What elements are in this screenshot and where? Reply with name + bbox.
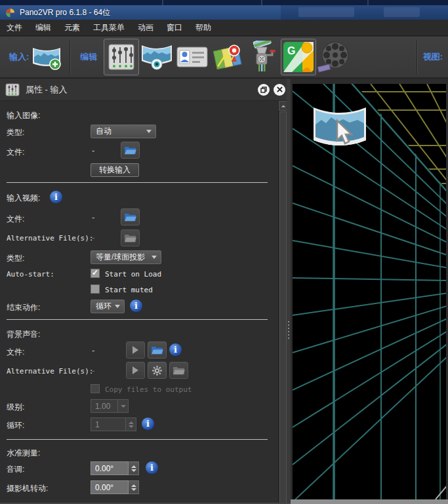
properties-panel: 属性 - 输入 输入图像: 类型: [0, 79, 291, 504]
open-alt-sound-button[interactable] [169, 362, 188, 379]
file-label: 文件: [7, 214, 24, 225]
loop-value: 1 [91, 417, 126, 431]
video-file-value: - [92, 212, 94, 222]
image-type-value: 自动 [96, 126, 112, 137]
chevron-down-icon [115, 305, 120, 308]
open-sound-file-button[interactable] [148, 341, 167, 359]
info-icon[interactable]: i [146, 461, 158, 474]
start-muted-checkbox[interactable] [91, 284, 100, 294]
roll-spinner[interactable]: 0.00° [91, 480, 139, 494]
open-video-file-button[interactable] [121, 208, 140, 225]
image-type-dropdown[interactable]: 自动 [91, 125, 156, 138]
autostart-label: Auto-start: [7, 270, 54, 279]
chevron-down-icon [131, 469, 136, 472]
viewing-parameters-button[interactable] [139, 39, 174, 75]
image-file-value: - [92, 145, 94, 155]
float-panel-button[interactable] [258, 84, 270, 96]
chevron-up-icon [281, 105, 285, 107]
scrollbar-thumb[interactable] [279, 111, 287, 503]
copy-files-checkbox[interactable] [91, 384, 100, 393]
alt-sound-settings-button[interactable] [148, 362, 167, 379]
chevron-down-icon [152, 256, 157, 259]
play-icon [132, 346, 138, 354]
window-title: Pano2VR pro 6.1.8 - 64位 [20, 7, 110, 18]
background-divider [261, 0, 262, 5]
pano2vr-window: Pano2VR pro 6.1.8 - 64位 文件 编辑 元素 工具菜单 动画… [0, 0, 448, 504]
panel-body: 输入图像: 类型: 自动 文件: - 转换输入 输入视频: [0, 101, 278, 504]
menu-help[interactable]: 帮助 [189, 20, 218, 36]
toolbar-edit-label: 编辑 [80, 51, 97, 63]
toolbar-separator [70, 40, 71, 74]
info-icon[interactable]: i [130, 300, 142, 312]
video-output-button[interactable] [316, 39, 352, 75]
tour-map-button[interactable] [210, 39, 245, 75]
patch-tool-button[interactable] [245, 39, 281, 75]
play-sound-button[interactable] [126, 341, 145, 359]
file-label: 文件: [7, 347, 24, 358]
film-reel-icon [317, 41, 351, 73]
gear-icon [152, 365, 163, 376]
info-icon[interactable]: i [50, 191, 62, 203]
menu-tools[interactable]: 工具菜单 [87, 20, 131, 36]
info-icon[interactable]: i [169, 343, 182, 356]
type-label: 类型: [7, 127, 24, 138]
convert-input-button[interactable]: 转换输入 [91, 163, 139, 177]
chevron-down-icon [131, 488, 136, 491]
menu-file[interactable]: 文件 [0, 20, 29, 36]
chevron-down-icon [121, 405, 126, 408]
chevron-up-icon [131, 484, 136, 487]
map-pin-icon [213, 42, 243, 72]
menu-animation[interactable]: 动画 [131, 20, 160, 36]
end-action-value: 循环 [96, 301, 112, 312]
street-view-icon: G [283, 41, 314, 73]
sliders-icon [5, 83, 20, 96]
splitter-handle[interactable] [288, 321, 289, 339]
open-alt-video-button[interactable] [121, 229, 140, 246]
viewport-grid [293, 84, 446, 499]
background-window [384, 7, 420, 17]
sliders-icon [107, 43, 136, 71]
menu-edit[interactable]: 编辑 [29, 20, 58, 36]
menu-elements[interactable]: 元素 [58, 20, 87, 36]
toolbar-view-label: 视图: [423, 51, 443, 63]
play-icon [132, 366, 138, 374]
properties-button[interactable] [104, 39, 139, 75]
close-icon [277, 87, 283, 92]
projection-type-dropdown[interactable]: 等量/球面投影 [91, 250, 161, 264]
alt-files-label: Alternative File(s): [7, 367, 93, 376]
menu-window[interactable]: 窗口 [160, 20, 189, 36]
close-panel-button[interactable] [274, 84, 285, 96]
title-bar[interactable]: Pano2VR pro 6.1.8 - 64位 [0, 5, 448, 20]
play-alt-sound-button[interactable] [126, 362, 145, 379]
divider [7, 182, 268, 183]
id-card-icon [176, 45, 208, 69]
panel-title: 属性 - 输入 [26, 84, 68, 96]
viewport-canvas[interactable] [293, 84, 446, 499]
chevron-down-icon [146, 130, 152, 133]
level-label: 级别: [7, 402, 24, 413]
panel-scrollbar[interactable] [278, 101, 287, 504]
section-leveling: 水准测量: [7, 448, 40, 459]
street-view-button[interactable]: G [281, 39, 316, 75]
open-image-file-button[interactable] [121, 142, 140, 159]
loop-spinner[interactable]: 1 [91, 417, 136, 431]
user-data-button[interactable] [174, 39, 210, 75]
viewport[interactable] [291, 79, 448, 504]
copy-files-label: Copy files to output [105, 385, 192, 394]
level-spinner[interactable]: 1.00 [91, 399, 129, 413]
pitch-spinner[interactable]: 0.00° [91, 461, 139, 475]
file-label: 文件: [7, 147, 24, 158]
info-icon[interactable]: i [142, 417, 154, 430]
end-action-dropdown[interactable]: 循环 [91, 300, 125, 313]
start-on-load-checkbox[interactable] [91, 269, 100, 278]
background-window [298, 7, 354, 17]
panel-header[interactable]: 属性 - 输入 [0, 79, 291, 101]
sound-file-value: - [92, 345, 94, 355]
folder-open-icon [124, 212, 136, 222]
panorama-eye-icon [140, 43, 173, 71]
projection-type-value: 等量/球面投影 [96, 252, 145, 263]
section-input-image: 输入图像: [7, 110, 40, 121]
alt-files-value: - [92, 233, 94, 242]
toolbar: 输入: 编辑 [0, 37, 448, 79]
add-input-button[interactable] [29, 39, 64, 75]
